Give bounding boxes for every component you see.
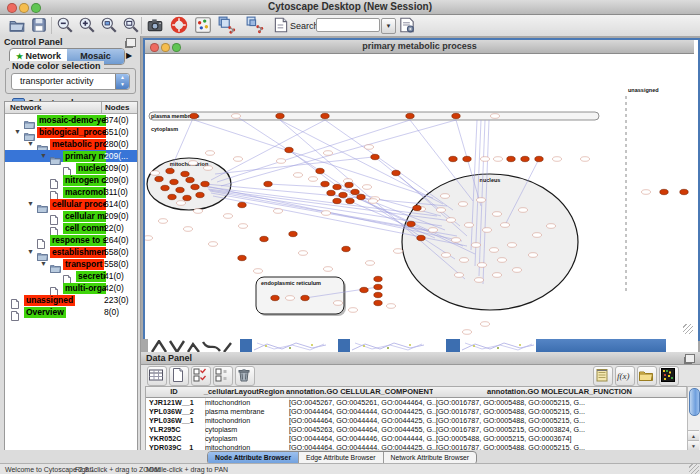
tree-row-response-to-stimulu[interactable]: response to stimulu264(0) bbox=[5, 234, 137, 246]
network-edge[interactable] bbox=[211, 120, 325, 180]
network-node[interactable] bbox=[360, 287, 368, 292]
mosaic-network-icon[interactable] bbox=[246, 16, 264, 34]
function-builder-icon[interactable]: f(x) bbox=[615, 366, 635, 386]
node-label-oval[interactable] bbox=[239, 224, 248, 229]
network-node[interactable] bbox=[507, 156, 515, 161]
scrollbar-thumb[interactable] bbox=[689, 388, 700, 416]
node-label-oval[interactable] bbox=[322, 211, 331, 216]
table-cell[interactable]: cytoplasm bbox=[202, 425, 290, 434]
network-node[interactable] bbox=[260, 236, 268, 241]
expander-icon[interactable]: ▼ bbox=[27, 248, 34, 255]
network-window-titlebar[interactable]: primary metabolic process bbox=[145, 40, 694, 54]
network-node[interactable] bbox=[351, 189, 359, 194]
network-node[interactable] bbox=[417, 235, 425, 240]
column-header-4[interactable]: annotation.GO MOLECULAR_FUNCTION bbox=[433, 387, 687, 398]
network-node[interactable] bbox=[321, 181, 329, 186]
node-label-oval[interactable] bbox=[209, 242, 218, 247]
expander-icon[interactable]: ▼ bbox=[14, 128, 21, 135]
node-label-oval[interactable] bbox=[455, 273, 464, 278]
network-node[interactable] bbox=[166, 168, 174, 173]
table-cell[interactable]: [GO:0016787, GO:0005488, GO:0005215, G..… bbox=[433, 416, 689, 425]
unselect-attributes-icon[interactable] bbox=[213, 366, 233, 386]
node-label-oval[interactable] bbox=[437, 208, 446, 213]
attribute-matrix-icon[interactable] bbox=[659, 366, 679, 386]
table-scrollbar[interactable]: ▲ ▼ bbox=[687, 386, 700, 452]
network-node[interactable] bbox=[521, 156, 529, 161]
node-label-oval[interactable] bbox=[494, 157, 503, 162]
node-label-oval[interactable] bbox=[366, 261, 375, 266]
tree-col-network[interactable]: Network bbox=[10, 103, 42, 112]
snapshot-icon[interactable] bbox=[146, 16, 164, 34]
tree-row-macromolecule[interactable]: macromolecule311(0) bbox=[5, 186, 137, 198]
table-cell[interactable]: [GO:0044464, GO:0044444, GO:0044425, G..… bbox=[286, 416, 437, 425]
network-node[interactable] bbox=[463, 156, 471, 161]
network-node[interactable] bbox=[155, 176, 163, 181]
node-label-oval[interactable] bbox=[529, 253, 538, 258]
network-node[interactable] bbox=[271, 295, 279, 300]
network-node[interactable] bbox=[374, 300, 382, 305]
table-cell[interactable]: [GO:0045263, GO:0044464, GO:0044455, G..… bbox=[286, 425, 437, 434]
node-label-oval[interactable] bbox=[498, 258, 507, 263]
background-window[interactable] bbox=[350, 339, 446, 352]
node-label-oval[interactable] bbox=[324, 151, 333, 156]
search-dropdown-button[interactable]: ▼ bbox=[381, 18, 396, 34]
tree-row-nucleobase-[interactable]: nucleobase-209(0) bbox=[5, 162, 137, 174]
network-node[interactable] bbox=[374, 276, 382, 281]
show-table-icon[interactable] bbox=[147, 366, 167, 386]
network-node[interactable] bbox=[327, 190, 335, 195]
node-label-oval[interactable] bbox=[460, 258, 469, 263]
layout-icon[interactable] bbox=[194, 16, 212, 34]
node-label-oval[interactable] bbox=[465, 223, 474, 228]
node-label-oval[interactable] bbox=[475, 278, 484, 283]
network-node[interactable] bbox=[170, 179, 178, 184]
network-node[interactable] bbox=[186, 177, 194, 182]
background-window[interactable] bbox=[666, 339, 698, 352]
table-cell[interactable]: [GO:0005488, GO:0005215, GO:0003674] bbox=[433, 434, 689, 443]
annotation-icon[interactable] bbox=[272, 16, 290, 34]
network-view-window[interactable]: primary metabolic process plasma membran… bbox=[143, 38, 700, 341]
network-node[interactable] bbox=[168, 194, 176, 199]
node-label-oval[interactable] bbox=[508, 243, 517, 248]
node-label-oval[interactable] bbox=[309, 177, 318, 182]
create-attribute-icon[interactable] bbox=[169, 366, 189, 386]
node-label-oval[interactable] bbox=[184, 227, 193, 232]
network-node[interactable] bbox=[345, 182, 353, 187]
network-node[interactable] bbox=[276, 113, 284, 118]
background-window[interactable] bbox=[460, 339, 536, 352]
network-node[interactable] bbox=[660, 189, 668, 194]
network-node[interactable] bbox=[342, 246, 350, 251]
node-label-oval[interactable] bbox=[481, 322, 490, 327]
tree-row-cellular-process[interactable]: ▼cellular process614(0) bbox=[5, 198, 137, 210]
table-cell[interactable]: YJR121W__1 bbox=[146, 398, 206, 407]
network-node[interactable] bbox=[264, 181, 272, 186]
network-node[interactable] bbox=[321, 113, 329, 118]
node-label-oval[interactable] bbox=[478, 263, 487, 268]
node-label-oval[interactable] bbox=[206, 151, 215, 156]
node-label-oval[interactable] bbox=[452, 238, 461, 243]
network-node[interactable] bbox=[407, 221, 415, 226]
node-label-oval[interactable] bbox=[232, 114, 241, 119]
node-label-oval[interactable] bbox=[324, 267, 333, 272]
node-label-oval[interactable] bbox=[493, 212, 502, 217]
tree-row-nitrogen-compo[interactable]: nitrogen compo209(0) bbox=[5, 174, 137, 186]
node-label-oval[interactable] bbox=[442, 253, 451, 258]
tree-row-mosaic-demo-yeast[interactable]: mosaic-demo-yeast874(0) bbox=[5, 114, 137, 126]
node-label-oval[interactable] bbox=[491, 114, 500, 119]
node-label-oval[interactable] bbox=[194, 209, 203, 214]
expander-icon[interactable]: ▼ bbox=[40, 260, 47, 267]
network-node[interactable] bbox=[339, 192, 347, 197]
node-label-oval[interactable] bbox=[224, 214, 233, 219]
expander-icon[interactable]: ▼ bbox=[40, 152, 47, 159]
network-node[interactable] bbox=[333, 184, 341, 189]
import-attributes-icon[interactable] bbox=[637, 366, 657, 386]
zoom-out-icon[interactable] bbox=[56, 16, 74, 34]
node-label-oval[interactable] bbox=[533, 233, 542, 238]
node-label-oval[interactable] bbox=[441, 194, 450, 199]
table-cell[interactable]: [GO:0016787, GO:0005215, GO:0003824, G..… bbox=[433, 425, 689, 434]
tree-row-cellular-metabo[interactable]: cellular metabo209(0) bbox=[5, 210, 137, 222]
node-label-oval[interactable] bbox=[490, 248, 499, 253]
network-node[interactable] bbox=[238, 255, 246, 260]
tree-header[interactable]: Network Nodes bbox=[5, 102, 137, 114]
background-window[interactable] bbox=[148, 339, 240, 352]
float-panel-icon[interactable] bbox=[126, 38, 136, 47]
